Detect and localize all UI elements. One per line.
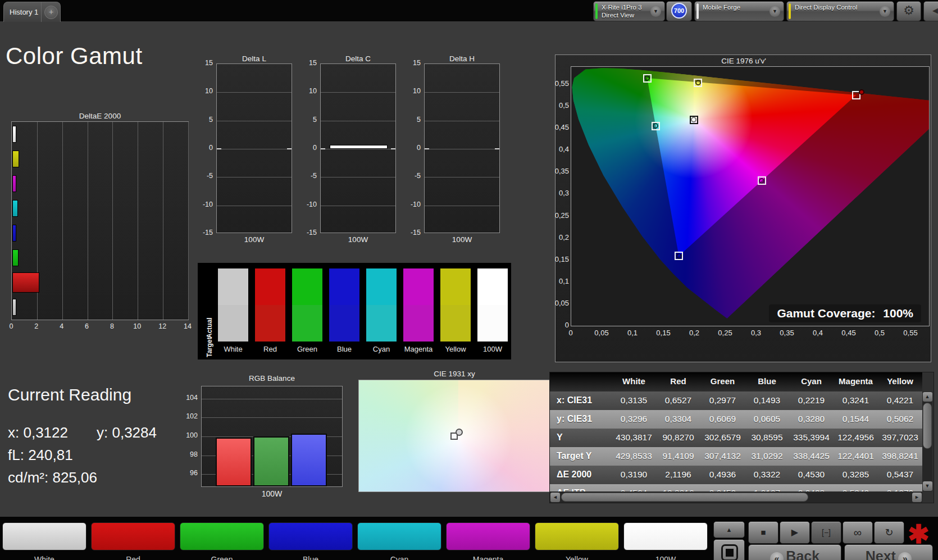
grid-line: [321, 121, 395, 121]
delta-x-label: 100W: [205, 235, 303, 244]
measure-once-button[interactable]: ▶: [780, 521, 810, 544]
delta-chart-delta-c: [320, 63, 396, 233]
source-dropdown[interactable]: Mobile Forge ▼: [694, 1, 784, 21]
cie1976-x-tick-label: 0,2: [684, 329, 704, 337]
cie1976-y-tick-label: 0,1: [552, 277, 569, 285]
settings-button[interactable]: ⚙: [896, 1, 921, 21]
display-window-button[interactable]: [713, 539, 745, 560]
continuous-measure-button[interactable]: ∞: [843, 521, 873, 544]
table-cell: 0,2219: [789, 395, 834, 406]
table-row: y: CIE310,32960,33040,60690,06050,32800,…: [550, 410, 922, 429]
cie1931-panel: [358, 380, 550, 492]
strip-swatch-target-white: [218, 305, 248, 342]
scroll-left-arrow[interactable]: ◄: [550, 493, 560, 502]
patch-button-label: Magenta: [446, 555, 530, 560]
zero-tick: [495, 148, 499, 149]
patch-button-100w[interactable]: [623, 522, 708, 550]
gamut-coverage-readout: Gamut Coverage: 100%: [769, 304, 921, 322]
table-column-header-magenta: Magenta: [834, 376, 878, 386]
scroll-right-arrow[interactable]: ►: [912, 493, 922, 502]
add-tab-button[interactable]: +: [44, 6, 58, 19]
strip-swatch-target-magenta: [403, 305, 434, 342]
patch-button-white[interactable]: [2, 522, 86, 550]
chevron-down-icon[interactable]: ▼: [880, 6, 890, 17]
collapse-panel-button[interactable]: ◀: [923, 1, 938, 21]
strip-swatch-target-yellow: [440, 305, 471, 342]
table-column-header-white: White: [612, 376, 656, 386]
chevron-down-icon[interactable]: ▼: [769, 6, 780, 17]
strip-swatch-label: Red: [255, 345, 285, 353]
delta-bar: [330, 145, 388, 149]
grid-line: [425, 177, 499, 177]
rgb-bar-red: [216, 438, 252, 486]
strip-swatch-target-red: [255, 305, 285, 342]
interval-measure-button[interactable]: [−]: [811, 521, 841, 544]
grid-line: [88, 122, 88, 320]
table-cell: 0,3190: [612, 470, 656, 480]
delta-y-tick-label: 0: [297, 144, 317, 152]
delta-y-tick-label: 10: [297, 87, 317, 95]
table-cell: 122,4401: [834, 451, 878, 461]
table-column-header-blue: Blue: [745, 376, 789, 386]
table-row-label: x: CIE31: [557, 395, 592, 406]
stop-measure-button[interactable]: ■: [748, 521, 778, 544]
deltae-bar-cyan: [12, 200, 18, 217]
cie1976-y-tick-label: 0,55: [552, 79, 569, 88]
meter-mode: Direct View: [602, 12, 634, 19]
scroll-down-arrow[interactable]: ▼: [923, 481, 932, 491]
strip-swatch-target-cyan: [366, 305, 397, 342]
table-cell: 0,1493: [745, 395, 789, 406]
delta-chart-title: Delta H: [413, 54, 511, 63]
table-vertical-scroll-thumb[interactable]: [923, 403, 932, 449]
scroll-patches-up-button[interactable]: ▲: [713, 521, 745, 538]
table-row-label: Y: [557, 432, 563, 443]
patch-button-magenta[interactable]: [446, 522, 530, 550]
meter-sync-button[interactable]: 700: [666, 1, 692, 21]
tab-history[interactable]: History 1: [4, 8, 41, 16]
reading-y: y: 0,3284: [97, 424, 157, 441]
table-cell: 0,3285: [834, 470, 878, 480]
delta-x-label: 100W: [413, 235, 511, 244]
top-bar: History 1 + X-Rite i1Pro 3 Direct View ▼…: [0, 0, 938, 21]
display-control-status-stripe: [789, 3, 791, 19]
table-cell: 0,2977: [700, 395, 745, 406]
table-cell: 397,7023: [878, 432, 922, 443]
back-button[interactable]: « Back: [748, 544, 841, 560]
patch-button-yellow[interactable]: [535, 522, 619, 550]
delta-y-tick-label: 0: [193, 144, 213, 152]
grid-line: [425, 92, 499, 93]
table-cell: 30,8595: [745, 432, 789, 443]
display-control-dropdown[interactable]: Direct Display Control ▼: [786, 1, 894, 21]
deltae-bar-yellow: [12, 151, 19, 167]
window-square-icon: [726, 549, 734, 557]
table-cell: 0,3280: [789, 414, 834, 424]
cie1976-y-tick-label: 0,05: [552, 299, 569, 307]
zero-tick: [391, 148, 395, 149]
back-chevron-icon: «: [770, 552, 784, 560]
cie1976-x-tick-label: 0,05: [591, 329, 612, 337]
target-row-label: Target: [206, 312, 213, 357]
patch-button-red[interactable]: [91, 522, 175, 550]
table-horizontal-scroll-thumb[interactable]: [561, 493, 808, 502]
table-cell: 430,3817: [612, 432, 656, 443]
meter-dropdown[interactable]: X-Rite i1Pro 3 Direct View ▼: [593, 1, 665, 21]
patch-button-green[interactable]: [180, 522, 264, 550]
cie1976-dot-yellow: [695, 80, 701, 85]
patch-button-blue[interactable]: [268, 522, 353, 550]
rgb-y-tick-label: 104: [180, 394, 198, 402]
strip-swatch-label: Magenta: [403, 345, 434, 353]
strip-swatch-label: Yellow: [440, 345, 471, 353]
table-row: ΔE 20000,31902,11960,49360,33220,45300,3…: [550, 466, 922, 484]
patch-button-cyan[interactable]: [357, 522, 441, 550]
chevron-down-icon[interactable]: ▼: [650, 6, 661, 17]
grid-line: [425, 121, 499, 121]
cie1976-y-tick-label: 0,2: [552, 233, 569, 242]
scroll-up-arrow[interactable]: ▲: [923, 392, 932, 402]
delta-chart-title: Delta L: [205, 54, 303, 63]
deltae2000-chart: [11, 121, 189, 320]
table-cell: 0,5062: [878, 414, 922, 424]
table-cell: 398,8241: [878, 451, 922, 461]
source-status-stripe: [696, 3, 699, 19]
refresh-button[interactable]: ↻: [874, 521, 904, 544]
back-label: Back: [786, 548, 819, 560]
